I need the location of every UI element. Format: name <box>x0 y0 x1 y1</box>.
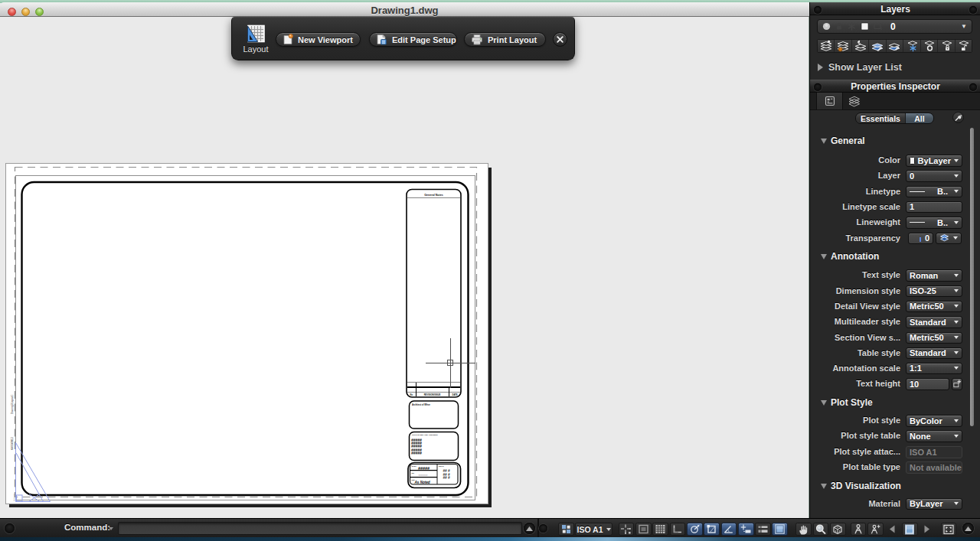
plot-style-dropdown[interactable]: ByColor <box>906 415 962 427</box>
layer-value: 0 <box>910 171 914 181</box>
detail-view-style-dropdown[interactable]: Metric50 <box>906 301 962 313</box>
annotation-visibility-button[interactable] <box>851 523 867 536</box>
section-view-style-value: Metric50 <box>910 333 944 342</box>
layer-lock-icon <box>835 22 843 31</box>
material-value: ByLayer <box>910 499 942 508</box>
dropdown-arrow-icon <box>954 351 959 354</box>
table-style-dropdown[interactable]: Standard <box>906 347 962 360</box>
pan-button[interactable] <box>795 523 812 536</box>
property-row-table-style: Table style Standard <box>810 347 980 360</box>
change-layer-icon <box>871 40 884 52</box>
tab-properties[interactable] <box>816 93 843 109</box>
object-snap-toggle[interactable] <box>704 523 720 536</box>
print-layout-button[interactable]: Print Layout <box>464 32 546 47</box>
lineweight-label: Lineweight <box>857 217 900 227</box>
current-layer-name: 0 <box>890 21 896 32</box>
command-input[interactable] <box>118 522 522 535</box>
layer-previous-button[interactable] <box>852 40 869 52</box>
grid-toggle[interactable] <box>652 523 668 536</box>
tab-layers[interactable] <box>841 93 867 109</box>
command-palette-dot[interactable] <box>5 523 15 533</box>
previous-layout-button[interactable] <box>885 523 901 536</box>
freeze-layer-button[interactable] <box>903 40 920 52</box>
layer-dropdown[interactable]: 0 <box>906 170 962 182</box>
section-disclosure-icon <box>821 254 827 259</box>
annotation-autoscale-button[interactable] <box>867 523 884 536</box>
zoom-button[interactable] <box>813 523 829 536</box>
layer-walk-button[interactable] <box>835 40 851 52</box>
layer-off-button[interactable] <box>921 40 938 52</box>
section-header-plot-style[interactable]: Plot Style <box>821 398 873 408</box>
lock-layer-button[interactable] <box>938 40 955 52</box>
dropdown-arrow-icon <box>606 528 611 531</box>
polar-tracking-toggle[interactable] <box>687 523 703 536</box>
property-row-plot-style-attached: Plot style attac... ISO A1 <box>810 446 980 458</box>
unlock-layer-button[interactable] <box>956 40 972 52</box>
current-layer-dropdown[interactable]: 0 ▼ <box>817 19 972 34</box>
new-viewport-button[interactable]: New Viewport <box>276 32 361 47</box>
snap-toggle[interactable] <box>619 523 635 536</box>
status-expand-button[interactable] <box>962 523 974 534</box>
section-header-general[interactable]: General <box>821 135 865 145</box>
inspector-scrollbar[interactable] <box>970 128 974 426</box>
otrack-icon <box>740 523 752 535</box>
layer-on-icon <box>822 22 831 31</box>
layers-collapse-dot[interactable] <box>969 6 977 14</box>
layout-button[interactable] <box>902 523 918 536</box>
section-header-annotation[interactable]: Annotation <box>821 252 879 262</box>
edit-page-setup-button[interactable]: Edit Page Setup <box>369 32 457 47</box>
material-dropdown[interactable]: ByLayer <box>906 498 962 510</box>
quick-view-toggle[interactable] <box>772 523 788 536</box>
snap-tracking-toggle[interactable] <box>738 523 754 536</box>
desc-col-text: REVISION/ISSUE <box>424 393 441 396</box>
inspector-collapse-dot[interactable] <box>969 83 977 91</box>
linetype-dropdown[interactable]: B.. <box>906 186 962 198</box>
segment-all[interactable]: All <box>906 113 933 123</box>
table-style-value: Standard <box>910 348 946 357</box>
color-swatch <box>910 157 915 165</box>
lineweight-dropdown[interactable]: B.. <box>906 217 962 229</box>
orbit-button[interactable] <box>830 523 846 536</box>
text-height-input[interactable]: 10 <box>906 378 949 390</box>
grid-display-toggle[interactable] <box>635 523 652 536</box>
command-history-caret[interactable] <box>109 527 113 530</box>
plot-style-table-dropdown[interactable]: None <box>906 430 962 442</box>
status-palette-dot[interactable] <box>539 524 547 533</box>
transparency-input[interactable]: 0 <box>908 233 933 245</box>
show-layer-list-label: Show Layer List <box>828 62 902 73</box>
properties-inspector-header[interactable]: Properties Inspector <box>810 80 980 93</box>
layers-palette-header[interactable]: Layers <box>810 2 980 15</box>
table-style-label: Table style <box>858 348 900 357</box>
drawing-canvas[interactable]: General Notes No REVISION/ISSUE DATE Arc… <box>0 17 809 518</box>
transparency-mode-button[interactable] <box>936 233 962 245</box>
color-dropdown[interactable]: ByLayer <box>906 155 962 167</box>
dimension-style-dropdown[interactable]: ISO-25 <box>906 285 962 298</box>
layer-states-button[interactable] <box>818 40 835 52</box>
next-layout-button[interactable] <box>920 523 936 536</box>
section-view-style-dropdown[interactable]: Metric50 <box>906 332 962 344</box>
lineweight-toggle[interactable] <box>755 523 771 536</box>
maximize-viewport-button[interactable] <box>941 523 957 536</box>
plot-style-label: Plot style <box>863 416 900 425</box>
paper-size-value: ISO A1 <box>577 525 603 534</box>
copy-to-layer-button[interactable] <box>887 40 903 52</box>
change-to-current-layer-button[interactable] <box>869 40 886 52</box>
command-expand-button[interactable] <box>524 523 535 534</box>
match-properties-button[interactable] <box>952 112 964 123</box>
show-layer-list-toggle[interactable]: Show Layer List <box>818 62 902 73</box>
angle-snap-toggle[interactable] <box>721 523 737 536</box>
window-titlebar[interactable]: Drawing1.dwg <box>0 2 809 17</box>
ortho-toggle[interactable] <box>670 523 686 536</box>
dropdown-arrow-icon <box>954 159 959 162</box>
annotation-scale-dropdown[interactable]: 1:1 <box>906 363 962 375</box>
segment-essentials[interactable]: Essentials <box>856 113 906 123</box>
paper-size-dropdown[interactable]: ISO A1 <box>575 523 612 536</box>
text-style-dropdown[interactable]: Roman <box>906 269 962 282</box>
visor-close-button[interactable] <box>553 32 567 47</box>
layout-squares-button[interactable] <box>558 523 574 536</box>
section-header-3d-visualization[interactable]: 3D Visualization <box>821 481 901 491</box>
plot-style-attached-field: ISO A1 <box>906 446 962 458</box>
multileader-style-dropdown[interactable]: Standard <box>906 316 962 328</box>
linetype-scale-input[interactable]: 1 <box>906 201 962 213</box>
text-height-spinner-button[interactable] <box>952 378 962 390</box>
